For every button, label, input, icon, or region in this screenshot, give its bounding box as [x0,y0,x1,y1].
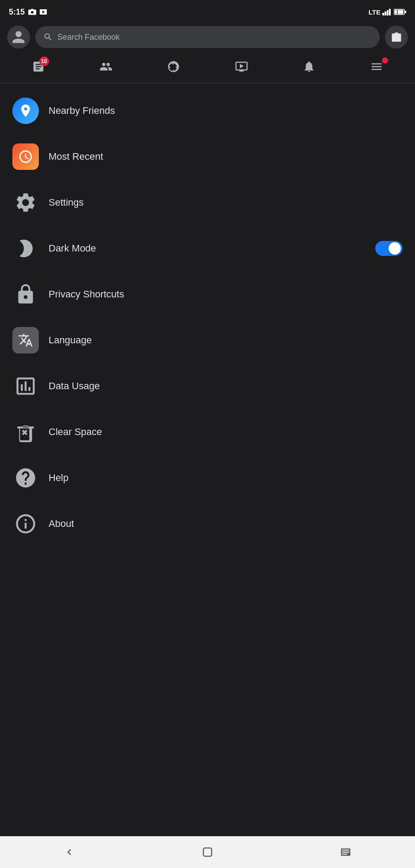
svg-rect-8 [389,9,391,15]
svg-rect-2 [31,9,34,10]
clear-space-icon [12,419,39,445]
search-bar[interactable]: Search Facebook [35,26,380,48]
language-icon [12,327,39,353]
menu-item-data-usage[interactable]: Data Usage [0,363,415,409]
status-time: 5:15 [9,8,47,17]
most-recent-icon [12,143,39,170]
svg-point-1 [31,11,34,14]
nav-menu[interactable] [363,56,390,78]
about-icon [12,511,39,537]
dark-mode-icon [12,235,39,262]
about-label: About [49,518,403,530]
bottom-bar [0,836,415,868]
svg-rect-7 [387,10,389,15]
status-bar: 5:15 LTE [0,0,415,22]
back-button[interactable] [52,841,87,863]
data-usage-label: Data Usage [49,380,403,392]
svg-rect-13 [204,848,212,857]
svg-rect-6 [385,11,386,15]
settings-icon [12,189,39,216]
nav-newsfeed[interactable]: 10 [25,56,52,78]
search-placeholder: Search Facebook [57,33,120,42]
language-label: Language [49,334,403,346]
clear-space-label: Clear Space [49,426,403,438]
help-label: Help [49,472,403,484]
nav-messenger[interactable] [160,56,187,78]
dark-mode-label: Dark Mode [49,243,366,254]
top-nav: Search Facebook [0,22,415,52]
menu-item-settings[interactable]: Settings [0,180,415,225]
menu-list: Nearby Friends Most Recent Settings [0,83,415,551]
nav-watch[interactable] [228,56,255,78]
avatar-button[interactable] [7,26,30,49]
menu-item-dark-mode[interactable]: Dark Mode [0,225,415,271]
settings-label: Settings [49,197,403,208]
menu-item-privacy-shortcuts[interactable]: Privacy Shortcuts [0,271,415,317]
svg-rect-11 [395,10,404,14]
help-icon [12,465,39,491]
lte-label: LTE [369,8,381,16]
nearby-friends-label: Nearby Friends [49,105,403,116]
dark-mode-toggle[interactable] [375,241,403,256]
recents-button[interactable] [328,841,363,863]
menu-item-clear-space[interactable]: Clear Space [0,409,415,455]
privacy-label: Privacy Shortcuts [49,289,403,300]
status-icons: LTE [369,8,406,16]
newsfeed-badge: 10 [39,56,49,66]
nav-icons-row: 10 [0,52,415,83]
privacy-icon [12,281,39,308]
nearby-friends-icon [12,98,39,124]
nav-notifications[interactable] [296,56,322,78]
menu-item-most-recent[interactable]: Most Recent [0,134,415,180]
menu-badge-dot [382,57,388,64]
svg-rect-10 [405,11,406,13]
menu-item-nearby-friends[interactable]: Nearby Friends [0,88,415,134]
home-button[interactable] [190,841,225,863]
camera-button[interactable] [385,26,408,49]
menu-item-about[interactable]: About [0,501,415,547]
data-usage-icon [12,373,39,399]
svg-rect-5 [382,13,384,15]
nav-friends[interactable] [93,56,119,78]
menu-item-language[interactable]: Language [0,317,415,363]
menu-item-help[interactable]: Help [0,455,415,501]
most-recent-label: Most Recent [49,151,403,162]
